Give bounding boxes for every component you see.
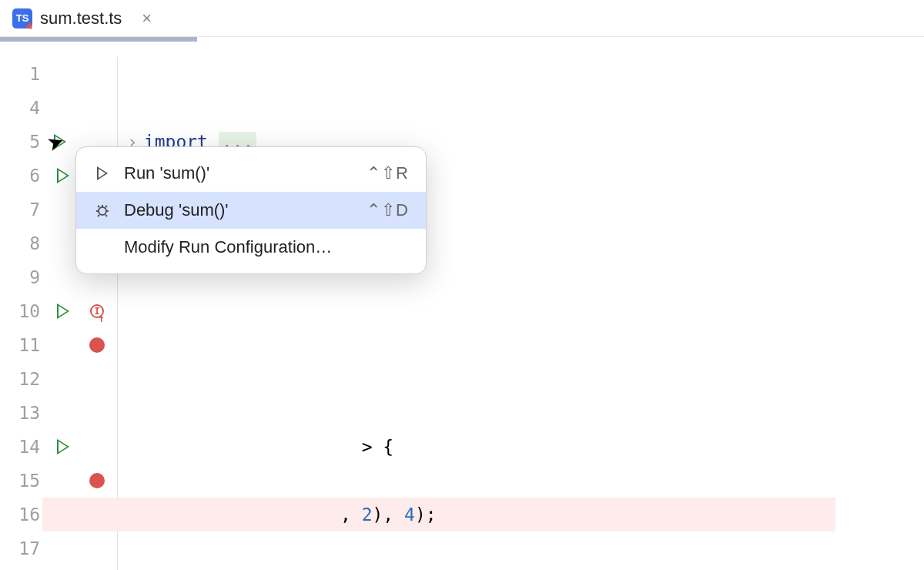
ts-file-icon: TS [12,8,32,28]
run-test-icon[interactable] [46,294,80,328]
line-numbers: 1 4 5 6 7 8 9 10 11 12 13 14 15 16 17 [0,57,46,570]
run-test-icon[interactable] [46,430,80,464]
code-area[interactable]: ›import ... > { , 2), 4); test('with zer… [118,42,835,570]
breakpoint-gutter[interactable]: I↑ [80,57,114,570]
breakpoint-icon[interactable] [80,328,114,362]
tab-bar: TS sum.test.ts × [0,0,924,37]
gutter-context-menu: Run 'sum()' ⌃⇧R Debug 'sum()' ⌃⇧D Modify… [75,146,427,274]
code-line-6: > { [127,430,835,464]
code-editor[interactable]: 1 4 5 6 7 8 9 10 11 12 13 14 15 16 17 [0,42,924,570]
modify-run-config-menu-item[interactable]: Modify Run Configuration… [76,229,426,266]
code-line-7: , 2), 4); [42,498,835,531]
file-tab[interactable]: TS sum.test.ts × [12,8,152,28]
debug-menu-item[interactable]: Debug 'sum()' ⌃⇧D [76,192,426,229]
breakpoint-icon[interactable] [80,464,114,498]
tab-filename: sum.test.ts [40,8,122,28]
bug-icon [93,201,112,220]
play-icon [93,166,112,180]
shortcut-label: ⌃⇧D [367,200,409,220]
run-menu-item[interactable]: Run 'sum()' ⌃⇧R [76,155,426,192]
modified-icon[interactable]: I↑ [80,294,114,328]
gutter: 1 4 5 6 7 8 9 10 11 12 13 14 15 16 17 [0,42,118,570]
close-tab-button[interactable]: × [142,8,152,28]
svg-point-0 [99,207,106,215]
shortcut-label: ⌃⇧R [367,163,409,183]
